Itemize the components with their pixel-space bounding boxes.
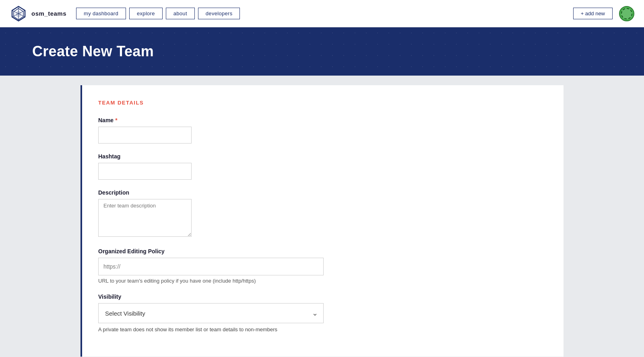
name-field-group: Name * — [98, 117, 547, 144]
visibility-label: Visibility — [98, 293, 547, 300]
navbar-right: + add new — [573, 6, 634, 21]
organized-editing-field-group: Organized Editing Policy URL to your tea… — [98, 248, 547, 284]
visibility-select-wrapper: Select Visibility Public Private ⌄ — [98, 303, 324, 323]
navbar: osm_teams my dashboard explore about dev… — [0, 0, 644, 27]
nav-link-explore[interactable]: explore — [129, 8, 163, 19]
main-content: TEAM DETAILS Name * Hashtag Description … — [0, 76, 644, 357]
nav-link-my-dashboard[interactable]: my dashboard — [76, 8, 126, 19]
navbar-left: osm_teams my dashboard explore about dev… — [10, 5, 240, 23]
organized-editing-label: Organized Editing Policy — [98, 248, 547, 254]
hashtag-input[interactable] — [98, 163, 192, 180]
hashtag-field-group: Hashtag — [98, 153, 547, 180]
hashtag-label: Hashtag — [98, 153, 547, 160]
visibility-hint: A private team does not show its member … — [98, 326, 547, 332]
logo-area: osm_teams — [10, 5, 66, 23]
page-title: Create New Team — [32, 43, 154, 60]
visibility-field-group: Visibility Select Visibility Public Priv… — [98, 293, 547, 332]
section-title: TEAM DETAILS — [98, 100, 547, 106]
hero-banner: Create New Team — [0, 27, 644, 76]
visibility-select[interactable]: Select Visibility Public Private — [98, 303, 324, 323]
required-star: * — [115, 117, 117, 123]
description-label: Description — [98, 189, 547, 196]
form-card: TEAM DETAILS Name * Hashtag Description … — [80, 85, 564, 357]
nav-link-about[interactable]: about — [166, 8, 195, 19]
avatar[interactable] — [619, 6, 634, 21]
organized-editing-hint: URL to your team's editing policy if you… — [98, 278, 547, 284]
name-label: Name * — [98, 117, 547, 123]
avatar-inner — [621, 8, 632, 19]
name-input[interactable] — [98, 127, 192, 144]
nav-link-developers[interactable]: developers — [198, 8, 240, 19]
description-field-group: Description — [98, 189, 547, 238]
nav-links: my dashboard explore about developers — [76, 8, 240, 19]
organized-editing-input[interactable] — [98, 258, 324, 275]
osm-teams-logo-icon — [10, 5, 27, 23]
add-new-button[interactable]: + add new — [573, 8, 613, 19]
description-textarea[interactable] — [98, 199, 192, 237]
logo-text: osm_teams — [31, 10, 66, 17]
